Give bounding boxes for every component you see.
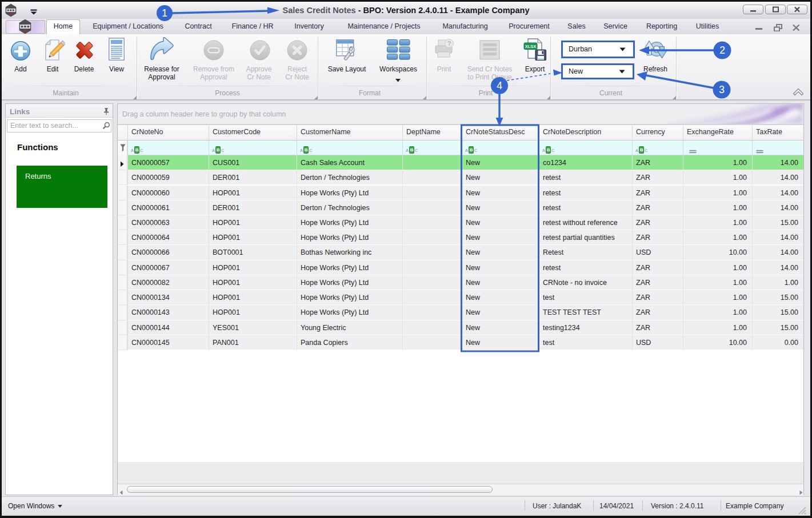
svg-text:XLSX: XLSX: [525, 44, 537, 49]
svg-text:?: ?: [447, 40, 451, 47]
